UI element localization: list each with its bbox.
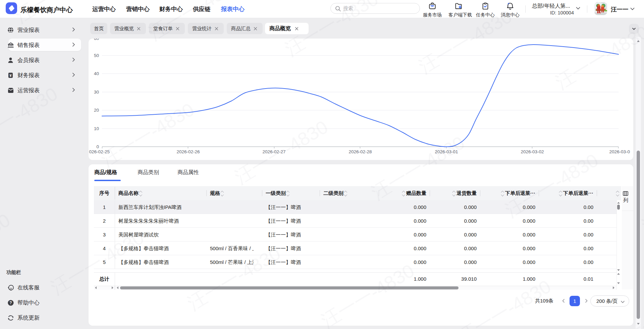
svg-text:2026-03-02: 2026-03-02 [521, 149, 544, 154]
svg-text:40: 40 [94, 71, 99, 76]
svg-text:2026-02-28: 2026-02-28 [348, 149, 372, 154]
svg-text:30: 30 [94, 90, 99, 95]
svg-text:2026-02-27: 2026-02-27 [262, 149, 285, 154]
svg-text:¥: ¥ [9, 73, 12, 77]
svg-text:2026-02-26: 2026-02-26 [176, 149, 200, 154]
svg-text:10: 10 [94, 126, 99, 131]
svg-text:0: 0 [96, 144, 99, 149]
svg-text:2026-03-0: 2026-03-0 [609, 149, 630, 154]
svg-text:20: 20 [94, 108, 99, 113]
svg-text:50: 50 [94, 53, 99, 58]
svg-text:?: ? [9, 300, 12, 305]
svg-text:2026-03-01: 2026-03-01 [435, 149, 458, 154]
svg-text:026-02-25: 026-02-25 [89, 149, 110, 154]
svg-text:60: 60 [94, 39, 99, 41]
